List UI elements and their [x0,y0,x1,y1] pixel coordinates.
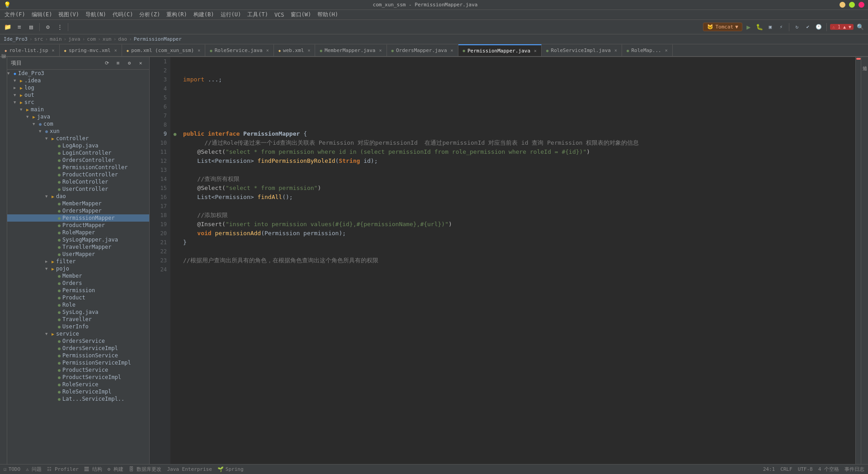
menu-vcs[interactable]: VCS [272,11,287,19]
tab-role-list[interactable]: ◆ role-list.jsp × [0,44,60,56]
tree-item-1[interactable]: ▼▶.idea [7,77,149,84]
structure-panel[interactable]: ☰ 结构 [84,466,102,473]
tree-item-4[interactable]: ▼▶src [7,99,149,106]
tab-close-roleserviceimpl[interactable]: × [614,48,617,53]
menu-help[interactable]: 帮助(H) [315,10,341,19]
update-button[interactable]: ↻ [793,23,802,32]
tab-rolemapper[interactable]: ● RoleMap... × [622,44,673,56]
toolbar-settings[interactable]: ⚙ [43,22,53,32]
tree-item-12[interactable]: ●OrdersController [7,156,149,164]
tab-permissionmapper[interactable]: ● PermissionMapper.java × [458,44,542,56]
tree-item-40[interactable]: ●PermissionServiceImpl [7,359,149,366]
tree-item-43[interactable]: ●RoleService [7,381,149,388]
menu-run[interactable]: 运行(U) [218,10,244,19]
tree-item-24[interactable]: ●TravellerMapper [7,243,149,251]
tab-close-spring-mvc[interactable]: × [114,48,117,53]
profiler-button[interactable]: ⚡ [777,23,786,32]
toolbar-more[interactable]: ⋮ [55,22,65,32]
bc-item-xun[interactable]: xun [103,36,112,42]
run-button[interactable]: ▶ [744,23,753,32]
title-bar-right[interactable] [840,2,864,8]
bc-item-file[interactable]: PermissionMapper [134,36,182,42]
tab-web[interactable]: ◆ web.xml × [274,44,316,56]
menu-edit[interactable]: 编辑(E) [29,10,55,19]
tab-roleserviceimpl[interactable]: ● RoleServiceImpl.java × [542,44,622,56]
tree-item-7[interactable]: ▼●com [7,120,149,128]
tree-item-23[interactable]: ●SysLogMapper.java [7,236,149,243]
tree-item-13[interactable]: ●PermissionController [7,164,149,171]
sidebar-tree[interactable]: ▼◆Ide_Pro3▼▶.idea▶▶log▼▶out▼▶src▼▶main▼▶… [7,70,149,464]
tree-item-3[interactable]: ▼▶out [7,91,149,99]
panel-icon-structure[interactable]: 结构 [0,61,9,64]
tree-item-8[interactable]: ▼●xun [7,128,149,135]
menu-file[interactable]: 文件(F) [2,10,28,19]
tab-close-roleservice[interactable]: × [266,48,269,53]
tree-item-37[interactable]: ●OrdersService [7,337,149,345]
tab-close-ordersmapper[interactable]: × [451,48,453,53]
event-log[interactable]: 事件日志 [844,466,864,473]
toolbar-bookmarks[interactable]: ▤ [26,22,36,32]
tree-item-9[interactable]: ▼▶controller [7,135,149,142]
tree-item-10[interactable]: ●LogAop.java [7,142,149,149]
tree-item-45[interactable]: ●Lat...ServiceImpl.. [7,395,149,403]
menu-view[interactable]: 视图(V) [56,10,82,19]
tab-close-pom[interactable]: × [198,48,200,53]
bc-item-main[interactable]: main [50,36,62,42]
minimize-button[interactable] [840,2,845,8]
tab-close-membermapper[interactable]: × [379,48,382,53]
tree-item-16[interactable]: ●UserController [7,185,149,193]
build-panel[interactable]: ⚙ 构建 [108,466,123,473]
tab-spring-mvc[interactable]: ◆ spring-mvc.xml × [60,44,122,56]
tab-close-role-list[interactable]: × [52,48,55,53]
profiler-panel[interactable]: ☷ Profiler [47,466,79,472]
sidebar-close[interactable]: ✕ [136,58,146,68]
tree-item-20[interactable]: ●PermissionMapper [7,214,149,222]
tree-item-5[interactable]: ▼▶main [7,106,149,113]
encoding-status[interactable]: UTF-8 [798,466,813,472]
tree-item-6[interactable]: ▼▶java [7,113,149,120]
sidebar-collapse[interactable]: ≡ [113,58,123,68]
tab-close-rolemapper[interactable]: × [665,48,668,53]
tree-item-18[interactable]: ●MemberMapper [7,200,149,207]
coverage-button[interactable]: ▣ [766,23,775,32]
bc-item-java[interactable]: java [68,36,80,42]
bc-item-com[interactable]: com [87,36,96,42]
tree-item-36[interactable]: ▼▶service [7,330,149,337]
tree-item-28[interactable]: ●Member [7,272,149,280]
tree-item-15[interactable]: ●RoleController [7,178,149,185]
menu-code[interactable]: 代码(C) [110,10,136,19]
tree-item-33[interactable]: ●SysLog.java [7,308,149,316]
search-button[interactable]: 🔍 [855,22,865,32]
tab-ordersmapper[interactable]: ● OrdersMapper.java × [387,44,458,56]
tree-item-30[interactable]: ●Permission [7,287,149,294]
history-button[interactable]: 🕐 [814,23,823,32]
tree-item-27[interactable]: ▼▶pojo [7,265,149,272]
tree-item-25[interactable]: ●UserMapper [7,251,149,258]
close-button[interactable] [859,2,864,8]
problems-panel[interactable]: ⚠ 问题 [26,466,42,473]
tree-item-42[interactable]: ●ProductServiceImpl [7,374,149,381]
tab-roleservice[interactable]: ● RoleService.java × [205,44,274,56]
crlf-status[interactable]: CRLF [780,466,793,472]
tab-close-permissionmapper[interactable]: × [534,48,537,53]
maximize-button[interactable] [849,2,855,8]
tomcat-button[interactable]: 🐱 Tomcat ▼ [703,23,742,31]
toolbar-structure[interactable]: ≡ [14,22,24,32]
menu-navigate[interactable]: 导航(N) [83,10,109,19]
tab-pom[interactable]: ◆ pom.xml (com_xun_ssm) × [122,44,206,56]
menu-analyze[interactable]: 分析(Z) [137,10,163,19]
bc-item-project[interactable]: Ide_Pro3 [4,36,28,42]
sidebar-sync[interactable]: ⟳ [102,58,112,68]
menu-build[interactable]: 构建(B) [191,10,217,19]
tree-item-39[interactable]: ●PermissionService [7,352,149,359]
line-col[interactable]: 24:1 [763,466,775,472]
tree-item-21[interactable]: ●ProductMapper [7,222,149,229]
tree-item-26[interactable]: ▶▶filter [7,258,149,265]
bc-item-dao[interactable]: dao [118,36,127,42]
tree-item-22[interactable]: ●RoleMapper [7,229,149,236]
tree-item-35[interactable]: ●UserInfo [7,323,149,330]
tree-item-34[interactable]: ●Traveller [7,316,149,323]
menu-tools[interactable]: 工具(T) [245,10,271,19]
indent-status[interactable]: 4 个空格 [818,466,839,473]
right-panel-notifications[interactable]: 通知 [860,61,868,64]
